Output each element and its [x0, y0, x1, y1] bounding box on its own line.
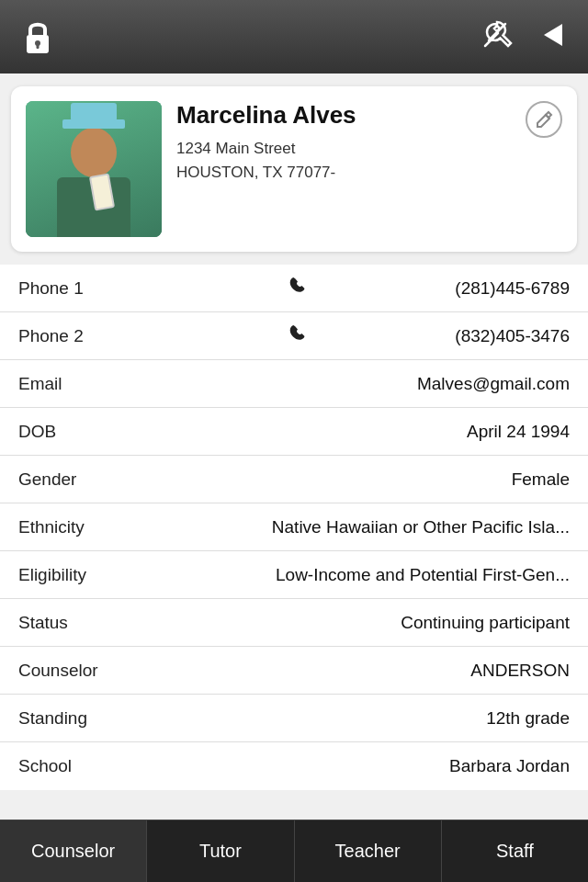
- info-table: Phone 1(281)445-6789Phone 2(832)405-3476…: [0, 265, 588, 790]
- nav-item-staff[interactable]: Staff: [442, 820, 588, 882]
- info-row: EthnicityNative Hawaiian or Other Pacifi…: [0, 503, 588, 551]
- nav-item-tutor[interactable]: Tutor: [147, 820, 294, 882]
- field-label: DOB: [18, 422, 147, 442]
- svg-rect-2: [37, 43, 40, 49]
- info-row: EligibilityLow-Income and Potential Firs…: [0, 551, 588, 599]
- field-label: Email: [18, 374, 147, 394]
- info-row: SchoolBarbara Jordan: [0, 742, 588, 790]
- bottom-nav: CounselorTutorTeacherStaff: [0, 820, 588, 882]
- phone-icon: [288, 276, 308, 301]
- nav-item-counselor[interactable]: Counselor: [0, 820, 147, 882]
- edit-button[interactable]: [526, 101, 562, 138]
- profile-info: Marcelina Alves 1234 Main Street HOUSTON…: [176, 101, 562, 184]
- field-value: Continuing participant: [401, 613, 570, 633]
- info-row: DOBApril 24 1994: [0, 408, 588, 456]
- profile-photo: [26, 101, 162, 237]
- tools-icon[interactable]: [478, 17, 514, 57]
- profile-address2: HOUSTON, TX 77077-: [176, 161, 562, 185]
- lock-icon: [18, 17, 57, 56]
- profile-card: Marcelina Alves 1234 Main Street HOUSTON…: [11, 86, 577, 252]
- topbar: [0, 0, 588, 74]
- info-row: Phone 1(281)445-6789: [0, 265, 588, 312]
- info-row: StatusContinuing participant: [0, 599, 588, 647]
- nav-item-teacher[interactable]: Teacher: [295, 820, 442, 882]
- svg-marker-4: [544, 24, 562, 46]
- field-value: Female: [512, 469, 570, 490]
- field-value: (832)405-3476: [455, 326, 570, 346]
- field-label: Eligibility: [18, 565, 147, 585]
- info-row: Standing12th grade: [0, 695, 588, 742]
- info-row: CounselorANDERSON: [0, 647, 588, 695]
- field-value: Low-Income and Potential First-Gen...: [276, 565, 570, 585]
- field-label: Phone 1: [18, 278, 147, 299]
- field-label: Status: [18, 613, 147, 633]
- field-label: School: [18, 756, 147, 776]
- field-label: Counselor: [18, 661, 147, 681]
- field-value: 12th grade: [486, 708, 570, 729]
- info-row: Phone 2(832)405-3476: [0, 312, 588, 360]
- back-icon[interactable]: [533, 17, 570, 57]
- field-label: Ethnicity: [18, 517, 147, 537]
- field-value: ANDERSON: [470, 661, 570, 681]
- profile-name: Marcelina Alves: [176, 101, 562, 130]
- field-value: Barbara Jordan: [449, 756, 570, 776]
- info-row: GenderFemale: [0, 456, 588, 503]
- field-value: (281)445-6789: [455, 278, 570, 299]
- field-label: Gender: [18, 469, 147, 490]
- field-label: Standing: [18, 708, 147, 729]
- profile-address1: 1234 Main Street: [176, 137, 562, 161]
- field-label: Phone 2: [18, 326, 147, 346]
- field-value: April 24 1994: [467, 422, 570, 442]
- field-value: Native Hawaiian or Other Pacific Isla...: [272, 517, 570, 537]
- phone-icon: [288, 323, 308, 349]
- field-value: Malves@gmail.com: [417, 374, 570, 394]
- info-row: EmailMalves@gmail.com: [0, 360, 588, 408]
- topbar-actions: [478, 17, 570, 57]
